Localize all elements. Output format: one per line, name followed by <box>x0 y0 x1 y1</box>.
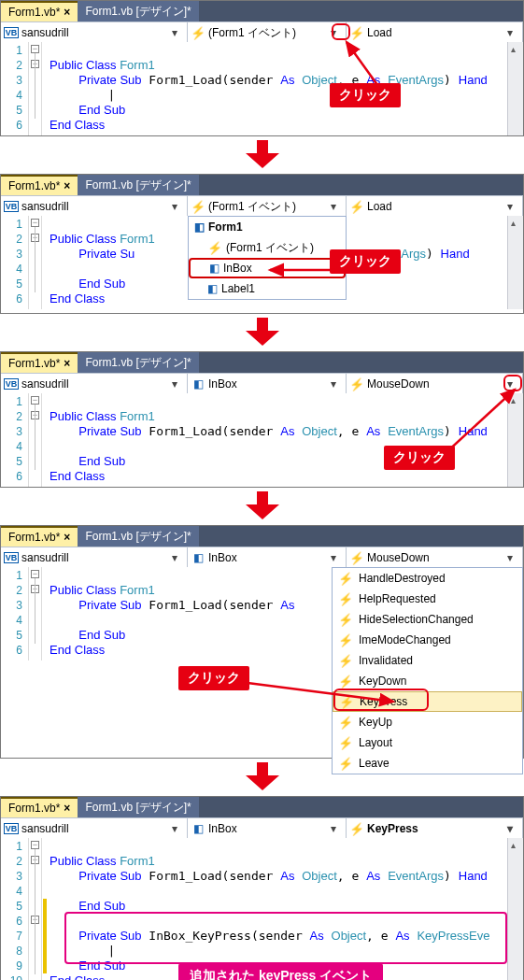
outline-gutter <box>29 216 42 309</box>
tab-form-design[interactable]: Form1.vb [デザイン]* <box>78 352 198 373</box>
chevron-down-icon[interactable]: ▾ <box>325 200 342 213</box>
scrollbar-vertical[interactable]: ▴ <box>507 838 523 980</box>
tab-form-design[interactable]: Form1.vb [デザイン]* <box>78 526 198 547</box>
vb-icon: VB <box>4 201 20 212</box>
bolt-icon: ⚡ <box>350 822 363 835</box>
event-selector[interactable]: ⚡ Load▾ <box>347 196 523 217</box>
event-item-layout[interactable]: ⚡Layout <box>333 732 522 753</box>
callout-click: クリック <box>384 446 455 470</box>
chevron-down-icon[interactable]: ▾ <box>502 822 518 835</box>
bolt-icon: ⚡ <box>350 377 363 391</box>
chevron-down-icon[interactable]: ▾ <box>325 822 342 835</box>
chevron-down-icon[interactable]: ▾ <box>502 551 518 564</box>
collapse-icon[interactable] <box>31 570 39 578</box>
close-icon[interactable]: × <box>64 531 70 544</box>
event-selector[interactable]: ⚡ KeyPress▾ <box>347 818 523 839</box>
tab-form-code[interactable]: Form1.vb* × <box>1 1 78 21</box>
object-selector[interactable]: ◧ InBox▾ <box>188 374 347 394</box>
event-item-invalidated[interactable]: ⚡Invalidated <box>333 650 522 671</box>
bolt-icon: ⚡ <box>338 613 351 627</box>
line-gutter: 123 456 <box>1 567 29 660</box>
bolt-icon: ⚡ <box>338 654 351 668</box>
tab-label: Form1.vb [デザイン]* <box>85 4 191 20</box>
class-selector-text: sansudrill <box>21 26 69 39</box>
bolt-icon: ⚡ <box>191 200 205 213</box>
bolt-icon: ⚡ <box>207 241 222 255</box>
event-selector[interactable]: ⚡ MouseDown▾ ⚡HandleDestroyed ⚡HelpReque… <box>347 547 523 568</box>
dropdown-item-form1-events[interactable]: ⚡ (Form1 イベント) <box>189 237 346 258</box>
event-item-leave[interactable]: ⚡Leave <box>333 753 522 774</box>
dropdown-bar: VB sansudrill ▾ ⚡ (Form1 イベント) ▾ ⚡ Load … <box>1 21 523 42</box>
scrollbar-vertical[interactable]: ▴ <box>507 42 523 135</box>
object-selector[interactable]: ◧ InBox▾ <box>188 547 347 568</box>
event-item-imemodechanged[interactable]: ⚡ImeModeChanged <box>333 630 522 650</box>
chevron-down-icon[interactable]: ▾ <box>502 200 518 213</box>
class-selector[interactable]: VB sansudrill▾ <box>1 374 188 394</box>
chevron-down-icon[interactable]: ▾ <box>502 26 518 39</box>
close-icon[interactable]: × <box>64 6 70 19</box>
collapse-icon[interactable] <box>31 841 39 849</box>
vb-icon: VB <box>4 823 20 834</box>
event-item-hideselectionchanged[interactable]: ⚡HideSelectionChanged <box>333 609 522 630</box>
tab-form-code[interactable]: Form1.vb*× <box>1 526 78 547</box>
chevron-down-icon[interactable]: ▾ <box>325 551 342 564</box>
tab-form-code[interactable]: Form1.vb*× <box>1 797 78 817</box>
close-icon[interactable]: × <box>64 179 70 192</box>
line-gutter: 123 456 <box>1 393 29 487</box>
tab-form-design[interactable]: Form1.vb [デザイン]* <box>78 175 198 195</box>
tab-form-design[interactable]: Form1.vb [デザイン]* <box>78 1 198 21</box>
bolt-icon: ⚡ <box>191 26 205 39</box>
close-icon[interactable]: × <box>64 357 70 370</box>
object-selector[interactable]: ⚡ (Form1 イベント)▾ ◧ Form1 ⚡ (Form1 イベント) ◧… <box>188 196 347 217</box>
step-arrow-icon <box>0 140 524 168</box>
class-selector[interactable]: VB sansudrill ▾ <box>1 22 188 43</box>
code-area[interactable]: Public Class Form1 Private Sub Form1_Loa… <box>48 42 507 135</box>
component-icon: ◧ <box>191 377 205 391</box>
component-icon: ◧ <box>209 262 220 275</box>
event-item-helprequested[interactable]: ⚡HelpRequested <box>333 589 522 609</box>
step-arrow-icon <box>0 491 524 519</box>
chevron-down-icon[interactable]: ▾ <box>325 26 342 39</box>
class-selector[interactable]: VB sansudrill▾ <box>1 818 188 839</box>
chevron-down-icon[interactable]: ▾ <box>166 551 183 564</box>
code-area[interactable]: Public Class Form1 Private Sub Form1_Loa… <box>48 838 507 980</box>
collapse-icon[interactable] <box>31 396 39 405</box>
chevron-down-icon[interactable]: ▾ <box>166 377 183 391</box>
collapse-icon[interactable] <box>31 45 39 53</box>
bolt-icon: ⚡ <box>350 551 363 564</box>
step-arrow-icon <box>0 318 524 346</box>
dropdown-item-form1[interactable]: ◧ Form1 <box>189 217 346 237</box>
vb-icon: VB <box>4 552 20 563</box>
chevron-down-icon[interactable]: ▾ <box>166 822 183 835</box>
bolt-icon: ⚡ <box>338 736 351 750</box>
collapse-icon[interactable] <box>31 219 39 227</box>
bolt-icon: ⚡ <box>350 200 363 213</box>
line-gutter: 123 456 789 10 <box>1 838 29 980</box>
tab-form-design[interactable]: Form1.vb [デザイン]* <box>78 797 198 817</box>
scrollbar-vertical[interactable]: ▴ <box>507 216 523 309</box>
chevron-down-icon[interactable]: ▾ <box>166 200 183 213</box>
close-icon[interactable]: × <box>64 802 70 815</box>
event-dropdown-menu: ⚡HandleDestroyed ⚡HelpRequested ⚡HideSel… <box>332 567 523 774</box>
bolt-icon: ⚡ <box>338 633 351 647</box>
class-selector[interactable]: VB sansudrill▾ <box>1 196 188 217</box>
line-gutter: 123 456 <box>1 216 29 309</box>
component-icon: ◧ <box>207 282 218 295</box>
object-selector[interactable]: ⚡ (Form1 イベント) ▾ <box>188 22 347 43</box>
svg-line-0 <box>347 42 380 89</box>
line-gutter: 123 456 <box>1 42 29 135</box>
vb-icon: VB <box>4 378 20 390</box>
scroll-up-icon[interactable]: ▴ <box>511 44 516 54</box>
object-selector[interactable]: ◧ InBox▾ <box>188 818 347 839</box>
event-item-handledestroyed[interactable]: ⚡HandleDestroyed <box>333 568 522 589</box>
tab-form-code[interactable]: Form1.vb*× <box>1 352 78 373</box>
class-selector[interactable]: VB sansudrill▾ <box>1 547 188 568</box>
tab-form-code[interactable]: Form1.vb*× <box>1 175 78 195</box>
component-icon: ◧ <box>194 220 205 234</box>
component-icon: ◧ <box>191 822 205 835</box>
bolt-icon: ⚡ <box>338 757 351 771</box>
chevron-down-icon[interactable]: ▾ <box>325 377 342 391</box>
chevron-down-icon[interactable]: ▾ <box>166 26 183 39</box>
callout-click: クリック <box>330 83 401 107</box>
added-event-label: 追加された keyPress イベント <box>178 963 383 980</box>
